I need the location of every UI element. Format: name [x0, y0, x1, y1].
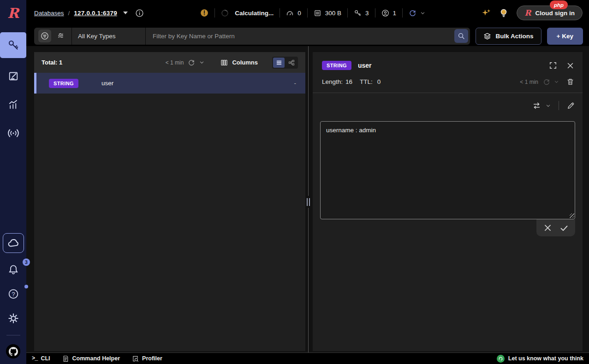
refresh-keys-icon[interactable] [188, 59, 195, 66]
key-name: user [101, 80, 113, 87]
add-key-label: + Key [557, 33, 573, 40]
stat-memory: 300 B [314, 9, 341, 17]
divider [347, 8, 348, 18]
search-button[interactable] [454, 29, 468, 43]
top-bar: Databases / 127.0.0.1:6379 Calculating..… [26, 0, 589, 26]
list-view-button[interactable] [273, 58, 285, 68]
sidebar-item-help[interactable]: ? [0, 286, 26, 302]
value-editor-textarea[interactable]: username : admin [320, 121, 575, 219]
copilot-sparkles-icon[interactable] [482, 8, 491, 18]
refresh-settings-chevron-icon[interactable] [199, 60, 204, 65]
sidebar-item-settings[interactable] [0, 311, 26, 326]
help-icon: ? [8, 288, 19, 299]
ttl-value[interactable]: 0 [377, 78, 381, 85]
calculating-status: Calculating... [235, 10, 274, 17]
details-refresh-time: < 1 min [520, 79, 538, 85]
stat-keys-value: 3 [365, 10, 369, 17]
refresh-icon [409, 9, 416, 17]
cli-label: CLI [41, 355, 50, 362]
key-row-user[interactable]: STRING user - [34, 73, 305, 94]
key-ttl-value: - [294, 80, 306, 87]
cloud-sign-in-button[interactable]: R Cloud sign in [517, 6, 583, 20]
textarea-resize-handle[interactable] [570, 213, 574, 218]
bulk-actions-button[interactable]: Bulk Actions [476, 28, 541, 45]
cancel-edit-icon[interactable] [543, 223, 552, 232]
sidebar-item-notifications[interactable]: 3 [0, 262, 26, 277]
details-type-badge: STRING [322, 61, 351, 70]
list-view-icon [276, 59, 282, 66]
clients-icon [381, 9, 389, 17]
storage-icon [314, 9, 321, 17]
command-helper-button[interactable]: Command Helper [62, 355, 120, 362]
svg-text:?: ? [12, 291, 15, 298]
sidebar-divider [6, 335, 20, 335]
workbench-icon [8, 70, 19, 82]
panel-resize-handle[interactable] [305, 196, 311, 208]
value-edit-actions [536, 219, 575, 236]
details-key-name[interactable]: user [358, 62, 372, 69]
delete-key-trash-icon[interactable] [566, 78, 574, 86]
edit-value-pencil-icon[interactable] [567, 102, 575, 110]
feedback-link[interactable]: Let us know what you think [497, 355, 583, 363]
overview-refresh[interactable] [409, 9, 425, 17]
value-editor-wrap: username : admin [320, 121, 575, 219]
breadcrumb-current-database[interactable]: 127.0.0.1:6379 [74, 10, 117, 17]
filter-by-type-icon[interactable] [38, 29, 51, 42]
sidebar-item-workbench[interactable] [0, 68, 26, 84]
layers-icon [483, 32, 491, 40]
add-key-button[interactable]: + Key [547, 28, 583, 45]
help-notification-dot [24, 285, 28, 288]
stat-memory-value: 300 B [325, 10, 341, 17]
php-badge: php [550, 0, 568, 9]
tree-view-button[interactable] [286, 58, 297, 68]
key-type-dropdown[interactable]: All Key Types [72, 28, 146, 45]
database-dropdown-caret-icon[interactable] [123, 12, 128, 14]
format-chevron-icon[interactable] [546, 103, 551, 108]
key-list-header: Total: 1 < 1 min Columns [34, 52, 305, 73]
cli-prompt-icon: >_ [32, 355, 37, 362]
sidebar: R [0, 0, 26, 364]
cli-button[interactable]: >_ CLI [32, 355, 50, 362]
insights-lightbulb-icon[interactable] [499, 8, 508, 18]
profiler-button[interactable]: Profiler [132, 355, 162, 362]
cloud-sign-in-label: Cloud sign in [535, 10, 575, 17]
close-details-icon[interactable] [566, 62, 574, 70]
sidebar-item-browse-keys[interactable] [0, 32, 26, 58]
key-search-area [146, 28, 470, 45]
breadcrumb-databases-link[interactable]: Databases [34, 10, 64, 17]
format-exchange-icon[interactable] [532, 101, 541, 110]
details-section-divider [313, 93, 583, 93]
database-info-icon[interactable] [135, 9, 144, 18]
search-icon [458, 32, 465, 40]
key-icon [354, 9, 362, 17]
divider [214, 8, 215, 18]
gauge-icon [286, 9, 294, 17]
redis-logo[interactable]: R [0, 0, 26, 26]
columns-toggle[interactable]: Columns [220, 59, 258, 66]
stat-clients: 1 [381, 9, 397, 17]
sidebar-item-pubsub[interactable] [0, 125, 26, 141]
command-helper-label: Command Helper [72, 355, 120, 362]
warning-icon[interactable] [200, 9, 208, 17]
filter-bar: All Key Types Bulk Actions + Key [26, 26, 589, 46]
spinner-icon [221, 9, 229, 17]
last-refresh-time: < 1 min [166, 59, 184, 66]
sidebar-item-github[interactable] [6, 344, 20, 358]
fullscreen-expand-icon[interactable] [549, 61, 557, 70]
sidebar-item-cloud[interactable] [3, 233, 24, 253]
sidebar-item-analytics[interactable] [0, 97, 26, 112]
value-toolbar [313, 101, 583, 110]
group-by-type-icon[interactable] [54, 29, 67, 42]
bottom-bar: >_ CLI Command Helper Profiler Let us kn… [26, 352, 589, 364]
stat-cpu: 0 [286, 9, 301, 17]
details-refresh-icon[interactable] [543, 78, 550, 86]
filter-mode-toggles [34, 28, 72, 45]
apply-edit-check-icon[interactable] [559, 223, 569, 233]
breadcrumb: Databases / 127.0.0.1:6379 [34, 9, 144, 18]
key-filter-assembly: All Key Types [34, 28, 470, 45]
key-list-panel: Total: 1 < 1 min Columns [34, 52, 305, 351]
key-search-input[interactable] [152, 32, 454, 40]
details-refresh-chevron-icon[interactable] [554, 79, 559, 84]
github-icon [9, 347, 18, 356]
divider [280, 8, 280, 18]
